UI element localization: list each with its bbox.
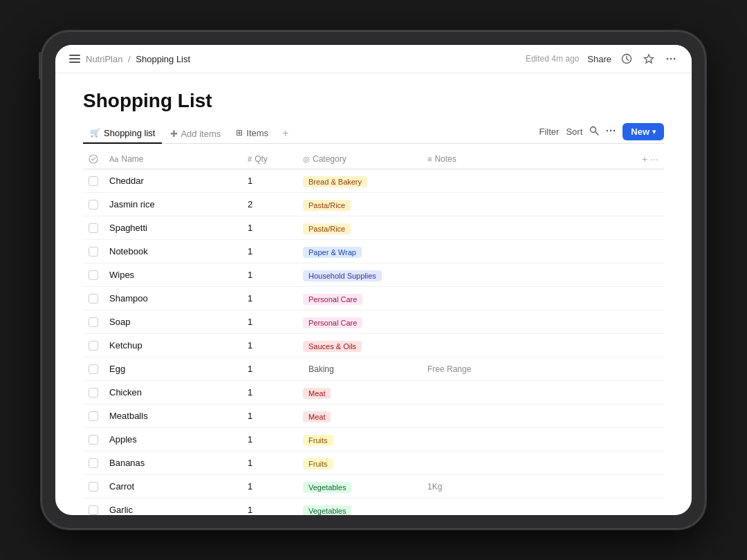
row-checkbox[interactable] xyxy=(89,435,98,445)
svg-point-5 xyxy=(591,127,596,133)
row-checkbox[interactable] xyxy=(89,482,98,492)
row-name: Spaghetti xyxy=(104,223,242,233)
row-qty: 1 xyxy=(242,481,297,492)
svg-point-4 xyxy=(674,58,676,60)
row-checkbox-cell xyxy=(83,223,104,233)
row-checkbox[interactable] xyxy=(89,411,98,421)
row-category: Household Supplies xyxy=(297,269,422,281)
more-options-btn[interactable] xyxy=(664,52,678,66)
col-header-name: Aa Name xyxy=(104,154,242,164)
table-row[interactable]: Ketchup 1 Sauces & Oils xyxy=(83,334,664,357)
row-checkbox[interactable] xyxy=(89,247,98,256)
category-badge: Fruits xyxy=(303,435,333,446)
table-row[interactable]: Apples 1 Fruits xyxy=(83,428,664,451)
table-row[interactable]: Soap 1 Personal Care xyxy=(83,310,664,334)
items-tab-icon: ⊞ xyxy=(236,128,243,138)
row-qty: 1 xyxy=(242,387,297,398)
filter-button[interactable]: Filter xyxy=(540,127,560,137)
search-button[interactable] xyxy=(589,126,599,138)
table-row[interactable]: Bananas 1 Fruits xyxy=(83,451,664,475)
row-checkbox-cell xyxy=(83,435,104,445)
table-row[interactable]: Garlic 1 Vegetables xyxy=(83,498,664,515)
table-row[interactable]: Cheddar 1 Bread & Bakery xyxy=(83,169,664,193)
row-checkbox[interactable] xyxy=(89,223,98,233)
tab-items[interactable]: ⊞ Items xyxy=(229,124,275,144)
row-qty: 1 xyxy=(242,340,297,351)
category-col-label: Category xyxy=(313,154,347,164)
star-icon xyxy=(643,53,654,64)
row-category: Sauces & Oils xyxy=(297,339,422,352)
menu-icon[interactable] xyxy=(69,55,80,63)
breadcrumb-app[interactable]: NutriPlan xyxy=(86,54,122,64)
row-checkbox[interactable] xyxy=(89,341,98,351)
table-row[interactable]: Chicken 1 Meat xyxy=(83,381,664,404)
row-checkbox[interactable] xyxy=(89,200,98,209)
add-column-button[interactable]: + xyxy=(642,153,647,165)
table-row[interactable]: Meatballs 1 Meat xyxy=(83,404,664,428)
tabs-right: Filter Sort New xyxy=(540,123,664,143)
row-category: Baking xyxy=(297,362,422,375)
clock-icon xyxy=(621,53,632,64)
row-checkbox[interactable] xyxy=(89,364,98,374)
row-name: Bananas xyxy=(104,458,242,468)
row-name: Notebook xyxy=(104,246,242,256)
new-button[interactable]: New ▾ xyxy=(622,123,664,140)
row-checkbox[interactable] xyxy=(89,176,98,186)
row-checkbox-cell xyxy=(83,482,104,492)
table-row[interactable]: Carrot 1 Vegetables 1Kg xyxy=(83,475,664,498)
tabs-left: 🛒 Shopping list ✚ Add items ⊞ Items + xyxy=(83,124,293,143)
category-badge: Vegetables xyxy=(303,482,351,493)
category-badge: Personal Care xyxy=(303,317,362,328)
row-checkbox[interactable] xyxy=(89,505,98,515)
row-checkbox-cell xyxy=(83,176,104,186)
svg-marker-1 xyxy=(645,55,654,63)
toolbar-more-button[interactable] xyxy=(606,126,616,138)
category-badge: Sauces & Oils xyxy=(303,341,362,352)
row-checkbox[interactable] xyxy=(89,317,98,327)
more-columns-button[interactable]: ··· xyxy=(650,153,658,165)
tab-add-items[interactable]: ✚ Add items xyxy=(165,124,226,143)
row-notes: 1Kg xyxy=(422,482,636,492)
check-all-icon xyxy=(89,154,98,164)
table-row[interactable]: Egg 1 Baking Free Range xyxy=(83,357,664,381)
tab-shopping-list[interactable]: 🛒 Shopping list xyxy=(83,124,162,144)
col-header-actions: + ··· xyxy=(636,153,664,165)
tablet-screen: NutriPlan / Shopping List Edited 4m ago … xyxy=(55,45,692,515)
row-checkbox[interactable] xyxy=(89,294,98,304)
row-qty: 1 xyxy=(242,458,297,468)
row-name: Chicken xyxy=(104,387,242,398)
svg-point-8 xyxy=(610,130,611,131)
table-row[interactable]: Wipes 1 Household Supplies xyxy=(83,263,664,287)
row-checkbox[interactable] xyxy=(89,458,98,468)
add-tab-icon: ✚ xyxy=(170,129,178,139)
col-header-check xyxy=(83,154,104,164)
share-button[interactable]: Share xyxy=(587,54,611,64)
col-header-notes: ≡ Notes xyxy=(422,154,636,164)
row-qty: 1 xyxy=(242,270,297,280)
category-badge: Bread & Bakery xyxy=(303,176,367,187)
row-notes: Free Range xyxy=(422,364,636,374)
table-row[interactable]: Jasmin rice 2 Pasta/Rice xyxy=(83,193,664,216)
table-row[interactable]: Shampoo 1 Personal Care xyxy=(83,287,664,310)
category-badge: Fruits xyxy=(303,458,333,469)
name-col-label: Name xyxy=(121,154,143,164)
table-row[interactable]: Spaghetti 1 Pasta/Rice xyxy=(83,216,664,240)
category-col-icon: ◎ xyxy=(303,155,310,164)
row-qty: 1 xyxy=(242,411,297,421)
notes-col-icon: ≡ xyxy=(427,155,432,163)
row-category: Meat xyxy=(297,410,422,422)
star-icon-btn[interactable] xyxy=(642,52,656,66)
category-badge: Baking xyxy=(303,363,340,375)
row-qty: 1 xyxy=(242,505,297,515)
add-new-tab-btn[interactable]: + xyxy=(278,127,293,140)
table-row[interactable]: Notebook 1 Paper & Wrap xyxy=(83,240,664,263)
row-checkbox-cell xyxy=(83,458,104,468)
row-checkbox[interactable] xyxy=(89,388,98,398)
add-items-tab-label: Add items xyxy=(181,129,221,139)
breadcrumb-separator: / xyxy=(128,54,133,64)
clock-icon-btn[interactable] xyxy=(620,52,634,66)
row-checkbox[interactable] xyxy=(89,270,98,280)
svg-point-2 xyxy=(667,58,669,60)
sort-button[interactable]: Sort xyxy=(566,127,582,137)
table-body: Cheddar 1 Bread & Bakery Jasmin rice 2 P… xyxy=(83,169,664,515)
